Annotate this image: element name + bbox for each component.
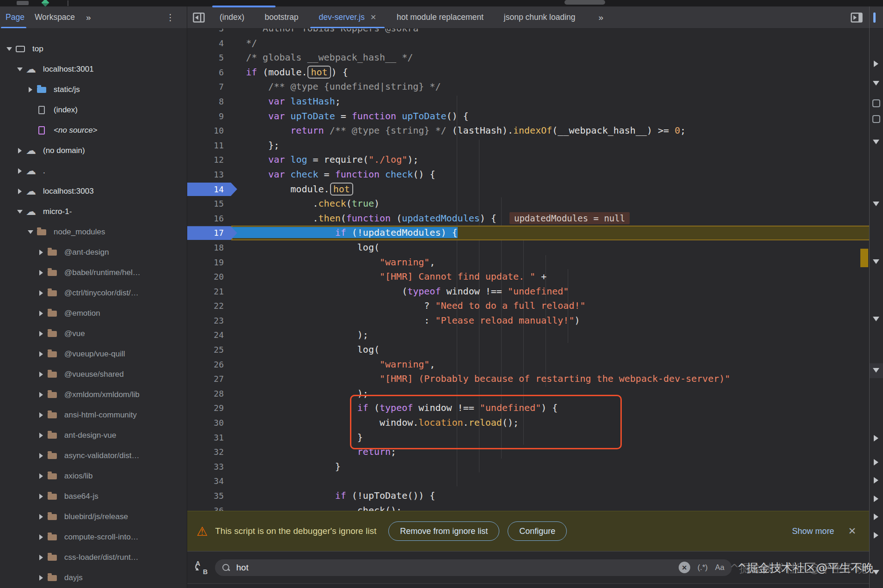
expander-icon[interactable] bbox=[14, 148, 25, 153]
gutter-line-number[interactable]: 34 bbox=[187, 474, 231, 489]
tree-item[interactable]: @xmldom/xmldom/lib bbox=[0, 385, 187, 405]
gutter-line-number[interactable]: 24 bbox=[187, 328, 231, 343]
remove-from-ignore-list-button[interactable]: Remove from ignore list bbox=[388, 521, 499, 541]
gutter-line-number[interactable]: 18 bbox=[187, 240, 231, 255]
gutter-line-number[interactable]: 6 bbox=[187, 65, 231, 80]
code-text[interactable]: if (module.hot) { bbox=[231, 65, 869, 80]
expander-icon[interactable] bbox=[36, 575, 47, 581]
tree-item[interactable]: @vueup/vue-quill bbox=[0, 344, 187, 364]
gutter-line-number[interactable]: 23 bbox=[187, 313, 231, 328]
code-text[interactable]: var check = function check() { bbox=[231, 167, 869, 182]
breakpoint-checkbox[interactable] bbox=[872, 115, 880, 123]
tab-workspace[interactable]: Workspace bbox=[30, 6, 80, 28]
tree-item[interactable]: (index) bbox=[0, 100, 187, 120]
code-text[interactable]: var log = require("./log"); bbox=[231, 153, 869, 167]
tree-item[interactable]: bluebird/js/release bbox=[0, 507, 187, 527]
gutter-line-number[interactable]: 30 bbox=[187, 416, 231, 430]
gutter-line-number[interactable]: 16 bbox=[187, 211, 231, 226]
expander-icon[interactable] bbox=[36, 514, 47, 520]
tree-item[interactable]: @vueuse/shared bbox=[0, 364, 187, 385]
expander-icon[interactable] bbox=[36, 250, 47, 255]
tree-item[interactable]: @babel/runtime/hel… bbox=[0, 263, 187, 283]
section-collapsed-icon[interactable] bbox=[874, 61, 878, 67]
match-case-toggle[interactable]: Aa bbox=[715, 563, 724, 572]
tree-item[interactable]: compute-scroll-into… bbox=[0, 527, 187, 547]
section-collapsed-icon[interactable] bbox=[874, 496, 878, 502]
code-text[interactable]: "warning", bbox=[231, 357, 869, 372]
tree-item[interactable]: @vue bbox=[0, 324, 187, 344]
gutter-line-number[interactable]: 14 bbox=[187, 182, 231, 197]
expander-icon[interactable] bbox=[14, 210, 25, 214]
gutter-line-number[interactable]: 36 bbox=[187, 503, 231, 511]
code-text[interactable]: */ bbox=[231, 36, 869, 51]
section-collapsed-icon[interactable] bbox=[874, 532, 878, 539]
gutter-line-number[interactable]: 12 bbox=[187, 153, 231, 167]
expander-icon[interactable] bbox=[36, 331, 47, 337]
gutter-line-number[interactable]: 28 bbox=[187, 386, 231, 401]
expander-icon[interactable] bbox=[36, 494, 47, 499]
tree-item[interactable]: base64-js bbox=[0, 486, 187, 507]
tree-item[interactable]: ☁localhost:3003 bbox=[0, 181, 187, 202]
gutter-line-number[interactable]: 26 bbox=[187, 357, 231, 372]
navigator-toggle-icon[interactable] bbox=[193, 12, 205, 23]
code-text[interactable]: : "Please reload manually!") bbox=[231, 313, 869, 328]
gutter-line-number[interactable]: 25 bbox=[187, 343, 231, 357]
code-text[interactable]: (typeof window !== "undefined" bbox=[231, 284, 869, 299]
breakpoint-checkbox[interactable] bbox=[872, 99, 880, 107]
code-text[interactable]: .check(true) bbox=[231, 196, 869, 211]
gutter-line-number[interactable]: 35 bbox=[187, 489, 231, 503]
gutter-line-number[interactable]: 8 bbox=[187, 94, 231, 109]
expander-icon[interactable] bbox=[36, 372, 47, 377]
tab-page[interactable]: Page bbox=[1, 6, 29, 28]
expander-icon[interactable] bbox=[14, 189, 25, 194]
gutter-line-number[interactable]: 9 bbox=[187, 109, 231, 124]
gutter-line-number[interactable]: 33 bbox=[187, 459, 231, 474]
code-text[interactable]: } bbox=[231, 459, 869, 474]
debugger-sidebar-toggle-icon[interactable] bbox=[851, 12, 863, 23]
code-text[interactable]: if (!updatedModules) { bbox=[231, 226, 869, 240]
code-text[interactable]: return /** @type {string} */ (lastHash).… bbox=[231, 123, 869, 138]
code-text[interactable]: ? "Need to do a full reload!" bbox=[231, 299, 869, 313]
code-editor[interactable]: 3 Author Tobias Koppers @sokra4*/5/* glo… bbox=[187, 29, 869, 511]
expander-icon[interactable] bbox=[36, 555, 47, 560]
editor-tab-jsonp-chunk-loading[interactable]: jsonp chunk loading bbox=[494, 6, 586, 28]
code-text[interactable]: return; bbox=[231, 445, 869, 459]
expander-icon[interactable] bbox=[36, 412, 47, 418]
code-text[interactable] bbox=[231, 474, 869, 489]
gutter-line-number[interactable]: 13 bbox=[187, 167, 231, 182]
code-text[interactable]: if (typeof window !== "undefined") { bbox=[231, 401, 869, 416]
tree-item[interactable]: ☁localhost:3001 bbox=[0, 59, 187, 80]
section-collapsed-icon[interactable] bbox=[874, 514, 878, 520]
code-text[interactable]: log( bbox=[231, 343, 869, 357]
tree-item[interactable]: dayjs bbox=[0, 568, 187, 588]
expander-icon[interactable] bbox=[36, 351, 47, 357]
code-text[interactable]: /** @type {undefined|string} */ bbox=[231, 80, 869, 94]
code-text[interactable]: ); bbox=[231, 386, 869, 401]
code-text[interactable]: } bbox=[231, 430, 869, 445]
code-text[interactable]: }; bbox=[231, 138, 869, 153]
section-expanded-icon[interactable] bbox=[873, 570, 879, 575]
expander-icon[interactable] bbox=[14, 168, 25, 174]
gutter-line-number[interactable]: 5 bbox=[187, 50, 231, 65]
tree-item[interactable]: static/js bbox=[0, 80, 187, 100]
expander-icon[interactable] bbox=[36, 473, 47, 479]
tree-item[interactable]: axios/lib bbox=[0, 466, 187, 486]
expander-icon[interactable] bbox=[14, 67, 25, 71]
gutter-line-number[interactable]: 15 bbox=[187, 196, 231, 211]
gutter-line-number[interactable]: 17 bbox=[187, 226, 231, 240]
section-expanded-icon[interactable] bbox=[873, 368, 879, 373]
tree-item[interactable]: css-loader/dist/runt… bbox=[0, 547, 187, 568]
gutter-line-number[interactable]: 32 bbox=[187, 445, 231, 459]
code-text[interactable]: "warning", bbox=[231, 255, 869, 270]
code-text[interactable]: module.hot bbox=[231, 182, 869, 197]
editor-tab-dev-server-js[interactable]: dev-server.js✕ bbox=[308, 6, 386, 28]
tree-item[interactable]: @emotion bbox=[0, 303, 187, 324]
section-collapsed-icon[interactable] bbox=[874, 435, 878, 441]
gutter-line-number[interactable]: 4 bbox=[187, 36, 231, 51]
show-more-link[interactable]: Show more bbox=[792, 527, 834, 536]
expander-icon[interactable] bbox=[36, 270, 47, 276]
expander-icon[interactable] bbox=[36, 534, 47, 540]
gutter-line-number[interactable]: 11 bbox=[187, 138, 231, 153]
tree-item[interactable]: ☁. bbox=[0, 161, 187, 181]
tab-close-icon[interactable]: ✕ bbox=[370, 13, 376, 22]
